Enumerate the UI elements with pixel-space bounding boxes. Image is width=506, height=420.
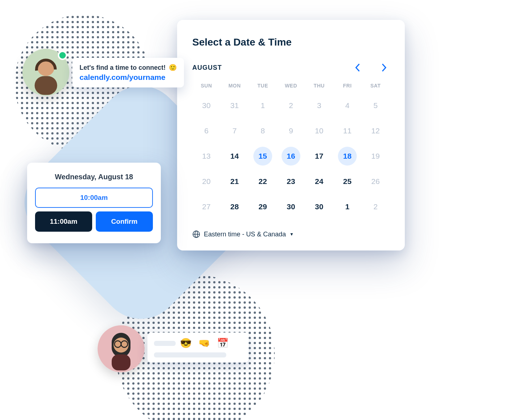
avatar-user-2: [98, 325, 145, 372]
confirm-button[interactable]: Confirm: [96, 211, 153, 232]
calendar-day-number: 2: [366, 197, 385, 216]
calendar-card: Select a Date & Time AUGUST SUN MON TUE …: [177, 20, 405, 250]
day-header-row: SUN MON TUE WED THU FRI SAT: [192, 83, 390, 89]
calendar-day-number: 1: [253, 96, 272, 115]
calendar-day-number: 24: [310, 172, 329, 191]
chevron-left-icon: [355, 63, 361, 72]
calendar-day-number: 17: [310, 147, 329, 166]
calendar-day: 27: [192, 197, 220, 217]
calendar-day: 20: [192, 171, 220, 192]
calendar-day[interactable]: 25: [333, 171, 361, 192]
selected-date-label: Wednesday, August 18: [35, 173, 153, 181]
skeleton-line: [154, 341, 176, 346]
calendar-week-row: 272829303012: [192, 194, 390, 219]
day-header: SAT: [361, 83, 390, 89]
calendar-day[interactable]: 28: [220, 197, 249, 217]
calendar-day: 13: [192, 146, 220, 166]
calendar-day-number: 4: [338, 96, 357, 115]
calendar-day: 19: [361, 146, 390, 166]
calendar-day-number: 28: [225, 197, 244, 216]
status-online-dot: [58, 51, 67, 60]
calendar-day: 2: [361, 197, 390, 217]
calendar-day[interactable]: 24: [305, 171, 333, 192]
chat-bubble-1: Let's find a time to connect! 🙂 calendly…: [72, 58, 184, 87]
calendar-day-number: 30: [282, 197, 300, 216]
skeleton-line: [154, 352, 226, 357]
calendar-day: 31: [220, 95, 249, 116]
calendar-day: 7: [220, 121, 249, 141]
reaction-emojis: 😎 🤜 📅: [180, 338, 231, 349]
time-slot-1000am[interactable]: 10:00am: [35, 188, 153, 208]
calendar-day: 9: [277, 121, 305, 141]
calendar-day-number: 14: [225, 147, 244, 166]
calendar-day[interactable]: 1: [333, 197, 361, 217]
calendar-day[interactable]: 15: [249, 146, 277, 166]
calendar-day-number: 23: [282, 172, 300, 191]
calendar-day-number: 16: [282, 147, 300, 166]
calendar-day-number: 5: [366, 96, 385, 115]
calendar-day: 5: [361, 95, 390, 116]
calendar-day[interactable]: 23: [277, 171, 305, 192]
calendar-day-number: 10: [310, 121, 329, 140]
prev-month-button[interactable]: [352, 62, 364, 73]
calendar-day-number: 26: [366, 172, 385, 191]
svg-rect-2: [35, 76, 57, 95]
calendar-day-number: 25: [338, 172, 357, 191]
day-header: SUN: [192, 83, 220, 89]
calendar-day-number: 30: [310, 197, 329, 216]
calendar-day: 8: [249, 121, 277, 141]
calendar-day: 30: [192, 95, 220, 116]
calendar-day: 3: [305, 95, 333, 116]
calendar-day-number: 20: [197, 172, 216, 191]
day-header: FRI: [333, 83, 361, 89]
calendar-day: 26: [361, 171, 390, 192]
calendar-week-row: 13141516171819: [192, 143, 390, 169]
globe-icon: [192, 230, 200, 238]
timezone-selector[interactable]: Eastern time - US & Canada ▼: [192, 230, 390, 238]
calendar-day-number: 8: [253, 121, 272, 140]
calendar-day: 6: [192, 121, 220, 141]
calendly-link[interactable]: calendly.com/yourname: [80, 73, 177, 82]
calendar-day-number: 22: [253, 172, 272, 191]
calendar-day-number: 15: [253, 147, 272, 166]
calendar-day[interactable]: 16: [277, 146, 305, 166]
day-header: WED: [277, 83, 305, 89]
calendar-day-number: 11: [338, 121, 357, 140]
calendar-day-number: 27: [197, 197, 216, 216]
calendar-day-number: 18: [338, 147, 357, 166]
calendar-day-number: 29: [253, 197, 272, 216]
calendar-day[interactable]: 29: [249, 197, 277, 217]
calendar-day: 12: [361, 121, 390, 141]
calendar-day-number: 19: [366, 147, 385, 166]
next-month-button[interactable]: [378, 62, 390, 73]
month-label: AUGUST: [192, 64, 222, 72]
chat1-text: Let's find a time to connect!: [80, 64, 166, 71]
chevron-right-icon: [381, 63, 387, 72]
calendar-day-number: 7: [225, 121, 244, 140]
day-header: TUE: [249, 83, 277, 89]
time-slot-1100am[interactable]: 11:00am: [35, 211, 92, 232]
calendar-day: 4: [333, 95, 361, 116]
svg-rect-10: [112, 355, 130, 370]
calendar-week-row: 6789101112: [192, 118, 390, 143]
calendar-day-number: 31: [225, 96, 244, 115]
calendar-day[interactable]: 21: [220, 171, 249, 192]
caret-down-icon: ▼: [290, 232, 294, 237]
calendar-day-number: 9: [282, 121, 300, 140]
calendar-day: 1: [249, 95, 277, 116]
calendar-title: Select a Date & Time: [192, 37, 390, 48]
calendar-day-number: 13: [197, 147, 216, 166]
smile-emoji: 🙂: [169, 64, 177, 72]
calendar-day: 10: [305, 121, 333, 141]
calendar-day[interactable]: 18: [333, 146, 361, 166]
calendar-day[interactable]: 22: [249, 171, 277, 192]
calendar-day[interactable]: 30: [305, 197, 333, 217]
calendar-day[interactable]: 30: [277, 197, 305, 217]
calendar-day-number: 12: [366, 121, 385, 140]
calendar-day-number: 6: [197, 121, 216, 140]
calendar-day-number: 1: [338, 197, 357, 216]
time-slot-popover: Wednesday, August 18 10:00am 11:00am Con…: [27, 163, 161, 243]
calendar-day[interactable]: 17: [305, 146, 333, 166]
calendar-day[interactable]: 14: [220, 146, 249, 166]
day-header: MON: [220, 83, 249, 89]
